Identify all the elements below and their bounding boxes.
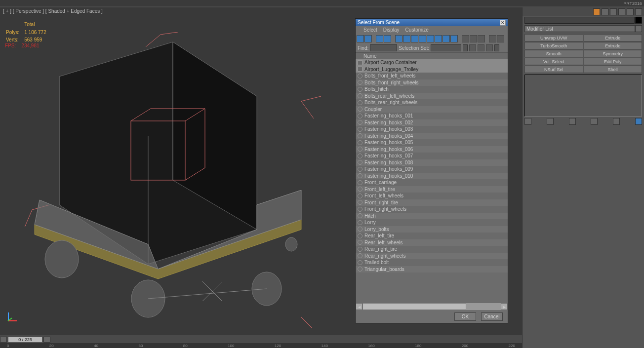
list-item[interactable]: Bolts_hitch [356,86,508,93]
list-item[interactable]: Fastening_hooks_005 [356,139,508,146]
list-item[interactable]: Lorry_bolts [356,226,508,233]
menu-select[interactable]: Select [363,27,377,33]
remove-mod-icon[interactable] [591,118,598,125]
time-ruler[interactable]: 020406080100120140160180200220 [0,343,522,348]
list-item[interactable]: Rear_left_wheels [356,239,508,246]
list-item[interactable]: Lorry [356,219,508,226]
selset-btn-icon[interactable] [486,44,493,51]
list-item[interactable]: Hitch [356,213,508,220]
type-geometry-icon[interactable] [395,35,402,42]
toggle-icon[interactable] [470,35,477,42]
list-item[interactable]: Front_left_tire [356,186,508,193]
modifier-button[interactable]: Smooth [524,50,583,57]
modifier-button[interactable]: Shell [584,66,643,73]
scroll-right-icon[interactable]: ▸ [501,303,508,310]
list-scrollbar[interactable]: ◂ ▸ [356,303,508,310]
list-item[interactable]: Bolts_front_left_wheels [356,73,508,79]
close-icon[interactable]: ✕ [500,20,506,26]
list-item[interactable]: Bolts_rear_left_wheels [356,93,508,100]
list-item[interactable]: Fastening_hooks_003 [356,126,508,133]
tab-hierarchy-icon[interactable] [610,8,617,15]
filter-funnel-icon[interactable] [489,35,496,42]
ok-button[interactable]: OK [454,312,476,321]
object-list[interactable]: Airport Cargo ContainerAirport_Luggage_T… [356,59,508,303]
list-header-name[interactable]: Name [356,52,508,59]
modifier-dropdown[interactable]: Modifier List [524,25,642,33]
modifier-button[interactable]: Vol. Select [524,58,583,65]
modifier-button[interactable]: Extrude [584,34,643,41]
filter-icon[interactable] [376,35,383,42]
modifier-button[interactable]: TurboSmooth [524,42,583,49]
tab-modify-icon[interactable] [602,8,608,15]
toggle-icon[interactable] [462,35,469,42]
tab-display-icon[interactable] [627,8,634,15]
list-item[interactable]: Fastening_hooks_001 [356,113,508,119]
selset-btn-icon[interactable] [469,44,476,51]
type-camera-icon[interactable] [419,35,426,42]
list-item[interactable]: Bolts_rear_right_wheels [356,99,508,106]
scroll-thumb[interactable] [362,303,466,310]
list-item[interactable]: Front_right_wheels [356,206,508,213]
chevron-down-icon[interactable] [494,44,499,51]
type-bone-icon[interactable] [450,35,458,42]
list-item[interactable]: Fastening_hooks_010 [356,173,508,180]
pin-stack-icon[interactable] [524,118,531,125]
cancel-button[interactable]: Cancel [481,312,503,321]
list-item[interactable]: Fastening_hooks_006 [356,146,508,153]
list-item[interactable]: Fastening_hooks_009 [356,166,508,173]
list-item[interactable]: Fastening_hooks_007 [356,153,508,159]
modifier-button[interactable]: Symmetry [584,50,643,57]
time-slider-bar[interactable]: 0 / 225 [0,336,522,343]
list-item[interactable]: Bolts_front_right_wheels [356,79,508,86]
list-item[interactable]: Triangular_boards [356,266,508,273]
toggle-icon[interactable] [478,35,485,42]
list-item[interactable]: Front_carriage [356,179,508,186]
scroll-right-icon[interactable] [43,337,50,343]
list-item[interactable]: Front_left_wheels [356,193,508,199]
tab-motion-icon[interactable] [618,8,625,15]
type-helper-icon[interactable] [427,35,434,42]
modifier-stack[interactable] [524,75,642,116]
list-item[interactable]: Trailed bolt [356,259,508,266]
selset-btn-icon[interactable] [478,44,484,51]
show-end-icon[interactable] [547,118,554,125]
list-item[interactable]: Coupler [356,106,508,113]
type-group-icon[interactable] [443,35,450,42]
type-spacewarp-icon[interactable] [435,35,442,42]
dialog-titlebar[interactable]: Select From Scene ✕ [356,19,508,26]
scroll-left-icon[interactable] [0,337,7,343]
chevron-down-icon[interactable] [463,44,468,51]
type-light-icon[interactable] [411,35,418,42]
list-item[interactable]: Fastening_hooks_002 [356,119,508,126]
filter-icon[interactable] [364,35,372,42]
object-name-input[interactable] [524,17,635,24]
list-item[interactable]: Fastening_hooks_004 [356,133,508,140]
list-item[interactable]: Rear_right_tire [356,246,508,253]
configure-sets-icon[interactable] [635,118,642,125]
filter-icon[interactable] [357,35,364,42]
list-item[interactable]: Front_right_tire [356,199,508,206]
list-item[interactable]: Rear_left_tire [356,232,508,239]
modifier-button[interactable]: Edit Poly [584,58,643,65]
configure-icon[interactable] [613,118,620,125]
color-swatch[interactable] [635,17,642,24]
list-item[interactable]: Airport Cargo Container [356,59,508,66]
modifier-button[interactable]: NSurf Sel [524,66,583,73]
list-item[interactable]: Airport_Luggage_Trolley [356,66,508,73]
tab-create-icon[interactable] [593,8,600,15]
filter-icon[interactable] [384,35,391,42]
modifier-button[interactable]: Extrude [584,42,643,49]
list-item[interactable]: Fastening_hooks_008 [356,159,508,166]
make-unique-icon[interactable] [569,118,576,125]
tab-utilities-icon[interactable] [635,8,642,15]
modifier-button[interactable]: Unwrap UVW [524,34,583,41]
chevron-down-icon[interactable] [635,25,642,32]
tool-icon[interactable] [497,35,504,42]
menu-display[interactable]: Display [383,27,400,33]
menu-customize[interactable]: Customize [405,27,429,33]
list-item[interactable]: Rear_right_wheels [356,253,508,260]
time-slot[interactable]: 0 / 225 [8,337,42,343]
selset-input[interactable] [431,44,461,51]
scroll-left-icon[interactable]: ◂ [356,303,362,310]
find-input[interactable] [370,44,397,51]
